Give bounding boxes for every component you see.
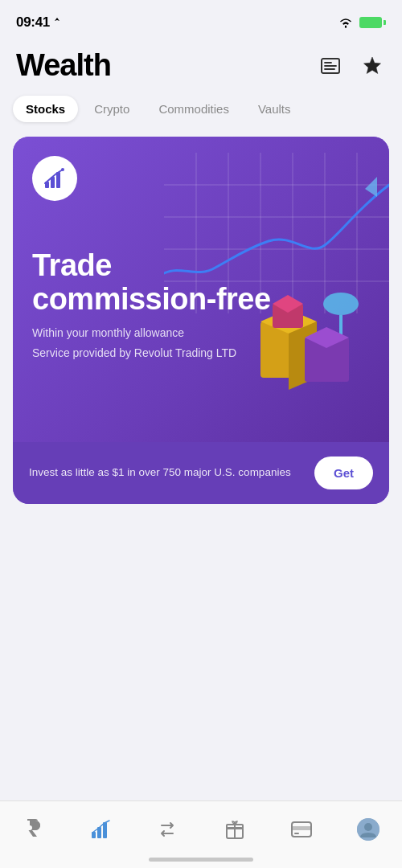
card-bottom-text: Invest as little as $1 in over 750 major… (29, 465, 314, 481)
battery-icon (359, 17, 386, 28)
header: Wealth (0, 40, 402, 96)
svg-rect-36 (294, 833, 299, 834)
svg-point-0 (345, 26, 347, 27)
card-bottom: Invest as little as $1 in over 750 major… (13, 442, 389, 504)
nav-rewards[interactable] (215, 815, 254, 844)
gift-icon (224, 818, 246, 841)
star-icon (362, 55, 383, 76)
status-icons (338, 17, 386, 28)
wifi-icon (338, 17, 353, 28)
tab-vaults[interactable]: Vaults (245, 96, 304, 122)
tab-stocks[interactable]: Stocks (13, 96, 78, 122)
cards-icon (290, 818, 313, 841)
get-button[interactable]: Get (314, 457, 373, 489)
star-button[interactable] (359, 52, 386, 80)
nav-cards[interactable] (282, 815, 321, 844)
nav-transfer[interactable] (148, 815, 187, 844)
wealth-chart-icon (89, 818, 112, 841)
tab-crypto[interactable]: Crypto (81, 96, 142, 122)
location-icon (53, 18, 61, 27)
trade-card: Trade commission-free Within your monthl… (13, 137, 389, 504)
home-indicator (149, 858, 253, 862)
svg-point-38 (364, 823, 372, 831)
tab-commodities[interactable]: Commodities (146, 96, 242, 122)
card-top: Trade commission-free Within your monthl… (13, 137, 389, 442)
svg-rect-35 (292, 826, 311, 830)
nav-home[interactable] (14, 815, 53, 844)
profile-avatar-icon (357, 818, 379, 841)
header-icons (317, 52, 386, 80)
tab-bar: Stocks Crypto Commodities Vaults (0, 96, 402, 122)
avatar (357, 818, 379, 841)
svg-rect-7 (56, 172, 60, 188)
card-logo (32, 156, 77, 201)
nav-wealth[interactable] (81, 815, 120, 844)
menu-icon-button[interactable] (317, 54, 344, 78)
chart-logo-icon (42, 166, 68, 191)
news-icon (320, 57, 341, 75)
svg-point-8 (61, 168, 64, 171)
revolut-logo-icon (23, 818, 45, 841)
card-subtext2: Service provided by Revolut Trading LTD (32, 345, 370, 362)
nav-profile[interactable] (349, 815, 388, 844)
card-subtext1: Within your monthly allowance (32, 325, 370, 342)
status-time: 09:41 (16, 14, 50, 31)
transfer-icon (156, 818, 178, 841)
page-title: Wealth (16, 48, 111, 83)
status-bar: 09:41 (0, 0, 402, 40)
card-headline: Trade commission-free (32, 249, 370, 317)
